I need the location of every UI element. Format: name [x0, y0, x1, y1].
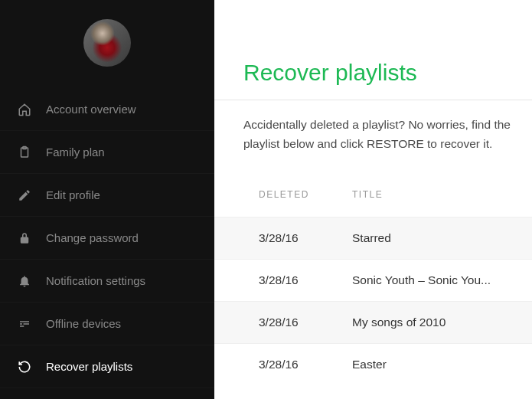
sidebar-item-label: Account overview [46, 103, 201, 116]
cell-title: Starred [352, 231, 532, 245]
sidebar-item-offline-devices[interactable]: Offline devices [0, 303, 214, 345]
main-content: Recover playlists Accidentally deleted a… [214, 0, 532, 399]
sidebar-item-edit-profile[interactable]: Edit profile [0, 174, 214, 217]
table-header: DELETED TITLE [214, 172, 532, 217]
avatar-container [0, 0, 214, 88]
cell-title: My songs of 2010 [352, 316, 532, 329]
column-header-deleted: DELETED [259, 189, 352, 200]
cell-deleted: 3/28/16 [259, 316, 352, 329]
sidebar-item-label: Family plan [46, 146, 201, 159]
cell-deleted: 3/28/16 [259, 231, 352, 245]
cell-title: Easter [352, 358, 532, 371]
sidebar-item-label: Offline devices [46, 317, 201, 330]
devices-icon [14, 317, 35, 331]
sidebar-item-label: Change password [46, 231, 201, 244]
bell-icon [14, 274, 35, 288]
sidebar-item-family-plan[interactable]: Family plan [0, 131, 214, 174]
cell-deleted: 3/28/16 [259, 273, 352, 287]
page-title: Recover playlists [214, 0, 532, 100]
lock-icon [14, 231, 35, 245]
pencil-icon [14, 188, 35, 202]
cell-deleted: 3/28/16 [259, 358, 352, 371]
table-row: 3/28/16 Starred [214, 217, 532, 259]
avatar[interactable] [83, 19, 131, 67]
sidebar-item-recover-playlists[interactable]: Recover playlists [0, 345, 214, 388]
refresh-icon [14, 360, 35, 374]
table-row: 3/28/16 Easter [214, 343, 532, 385]
cell-title: Sonic Youth – Sonic You... [352, 273, 532, 287]
home-icon [14, 103, 35, 116]
playlists-table: DELETED TITLE 3/28/16 Starred 3/28/16 So… [214, 172, 532, 385]
table-row: 3/28/16 My songs of 2010 [214, 301, 532, 343]
table-row: 3/28/16 Sonic Youth – Sonic You... [214, 259, 532, 301]
sidebar: Account overview Family plan Edit profil… [0, 0, 214, 399]
sidebar-item-label: Recover playlists [46, 360, 201, 373]
sidebar-item-change-password[interactable]: Change password [0, 217, 214, 260]
page-description: Accidentally deleted a playlist? No worr… [214, 100, 532, 172]
column-header-title: TITLE [352, 189, 532, 200]
sidebar-item-label: Edit profile [46, 188, 201, 201]
clipboard-icon [14, 146, 35, 159]
sidebar-item-notification-settings[interactable]: Notification settings [0, 260, 214, 303]
sidebar-item-label: Notification settings [46, 274, 201, 287]
sidebar-item-account-overview[interactable]: Account overview [0, 88, 214, 131]
